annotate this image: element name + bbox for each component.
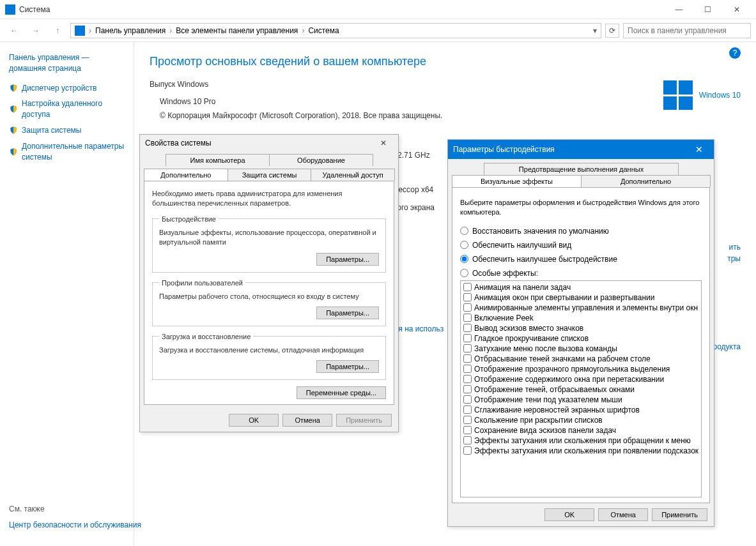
tab-advanced[interactable]: Дополнительно: [581, 175, 711, 187]
effects-radio[interactable]: Особые эффекты:: [460, 266, 702, 280]
checkbox-input[interactable]: [463, 334, 472, 342]
radio-input[interactable]: [460, 227, 468, 235]
chevron-right-icon: ›: [88, 26, 93, 35]
sidebar-item[interactable]: Диспетчер устройств: [9, 80, 125, 96]
effect-checkbox-row[interactable]: Анимированные элементы управления и элем…: [462, 303, 700, 313]
effect-checkbox-row[interactable]: Отображение содержимого окна при перетас…: [462, 374, 700, 384]
performance-settings-button[interactable]: Параметры...: [316, 253, 379, 266]
see-also-link[interactable]: Центр безопасности и обслуживания: [9, 517, 141, 533]
checkbox-label: Затухание меню после вызова команды: [474, 344, 617, 353]
tab-dep[interactable]: Предотвращение выполнения данных: [484, 163, 679, 175]
cancel-button[interactable]: Отмена: [598, 508, 648, 521]
checkbox-input[interactable]: [463, 426, 472, 434]
tab-remote[interactable]: Удаленный доступ: [311, 169, 395, 181]
close-window-button[interactable]: ✕: [722, 0, 751, 19]
checkbox-label: Эффекты затухания или скольжения при поя…: [474, 446, 698, 455]
chevron-down-icon[interactable]: ▾: [593, 26, 597, 35]
effect-checkbox-row[interactable]: Сохранение вида эскизов панели задач: [462, 425, 700, 436]
ok-button[interactable]: OK: [544, 508, 594, 521]
effect-checkbox-row[interactable]: Затухание меню после вызова команды: [462, 344, 700, 354]
radio-input[interactable]: [460, 269, 468, 277]
tab-visual-effects[interactable]: Визуальные эффекты: [452, 175, 582, 187]
minimize-button[interactable]: —: [665, 0, 693, 19]
breadcrumb[interactable]: Все элементы панели управления: [176, 26, 298, 35]
dialog-titlebar[interactable]: Параметры быстродействия ✕: [448, 140, 714, 159]
up-button[interactable]: ↑: [49, 22, 66, 40]
checkbox-input[interactable]: [463, 406, 472, 414]
tab-hardware[interactable]: Оборудование: [269, 154, 373, 166]
checkbox-label: Отображение теней, отбрасываемых окнами: [474, 385, 635, 394]
tab-computer-name[interactable]: Имя компьютера: [166, 154, 270, 166]
ok-button[interactable]: OK: [229, 414, 279, 427]
checkbox-input[interactable]: [463, 395, 472, 404]
profiles-settings-button[interactable]: Параметры...: [316, 307, 379, 319]
checkbox-input[interactable]: [463, 344, 472, 353]
refresh-button[interactable]: ⟳: [605, 24, 619, 38]
peek-link[interactable]: ить: [729, 243, 741, 252]
sidebar: Панель управления — домашняя страница Ди…: [0, 42, 134, 546]
radio-input[interactable]: [460, 255, 468, 263]
effects-checklist[interactable]: Анимация на панели задачАнимация окон пр…: [460, 280, 702, 497]
search-input[interactable]: [623, 23, 751, 38]
checkbox-input[interactable]: [463, 283, 472, 291]
close-icon[interactable]: ✕: [690, 144, 709, 155]
effect-checkbox-row[interactable]: Включение Peek: [462, 313, 700, 323]
checkbox-input[interactable]: [463, 365, 472, 373]
sidebar-item-label: Защита системы: [22, 125, 81, 136]
breadcrumb[interactable]: Система: [308, 26, 339, 35]
checkbox-input[interactable]: [463, 314, 472, 322]
radio-input[interactable]: [460, 241, 468, 249]
shield-icon: [9, 84, 18, 93]
effect-checkbox-row[interactable]: Сглаживание неровностей экранных шрифтов: [462, 405, 700, 415]
checkbox-input[interactable]: [463, 375, 472, 383]
tab-advanced[interactable]: Дополнительно: [144, 169, 228, 181]
effect-checkbox-row[interactable]: Отображение теней, отбрасываемых окнами: [462, 384, 700, 395]
breadcrumb[interactable]: Панель управления: [95, 26, 166, 35]
effect-checkbox-row[interactable]: Эффекты затухания или скольжения при обр…: [462, 436, 700, 446]
effect-checkbox-row[interactable]: Отбрасывание теней значками на рабочем с…: [462, 354, 700, 364]
close-icon[interactable]: ✕: [374, 139, 393, 148]
sidebar-item[interactable]: Дополнительные параметры системы: [9, 139, 125, 165]
checkbox-label: Отбрасывание теней значками на рабочем с…: [474, 354, 651, 363]
startup-settings-button[interactable]: Параметры...: [316, 360, 379, 373]
checkbox-input[interactable]: [463, 416, 472, 424]
maximize-button[interactable]: ☐: [693, 0, 722, 19]
checkbox-input[interactable]: [463, 303, 472, 312]
dialog-titlebar[interactable]: Свойства системы ✕: [140, 135, 398, 151]
effect-checkbox-row[interactable]: Гладкое прокручивание списков: [462, 333, 700, 344]
sidebar-item[interactable]: Защита системы: [9, 123, 125, 139]
env-vars-button[interactable]: Переменные среды...: [297, 386, 386, 399]
checkbox-label: Отображение содержимого окна при перетас…: [474, 375, 664, 384]
effect-checkbox-row[interactable]: Отображение прозрачного прямоугольника в…: [462, 364, 700, 374]
forward-button[interactable]: →: [27, 22, 45, 40]
effects-radio[interactable]: Восстановить значения по умолчанию: [460, 224, 702, 238]
checkbox-input[interactable]: [463, 354, 472, 363]
dialog-title: Свойства системы: [145, 139, 212, 148]
sidebar-item[interactable]: Настройка удаленного доступа: [9, 96, 125, 123]
back-button[interactable]: ←: [5, 22, 23, 40]
checkbox-input[interactable]: [463, 446, 472, 455]
checkbox-input[interactable]: [463, 385, 472, 393]
sidebar-home-link[interactable]: Панель управления — домашняя страница: [9, 52, 125, 80]
effect-checkbox-row[interactable]: Анимация на панели задач: [462, 282, 700, 292]
effect-checkbox-row[interactable]: Скольжение при раскрытии списков: [462, 415, 700, 425]
peek-link[interactable]: тры: [727, 254, 741, 263]
dialog-title: Параметры быстродействия: [453, 145, 555, 154]
checkbox-input[interactable]: [463, 324, 472, 332]
effect-checkbox-row[interactable]: Эффекты затухания или скольжения при поя…: [462, 446, 700, 456]
copyright: © Корпорация Майкрософт (Microsoft Corpo…: [160, 109, 741, 123]
apply-button[interactable]: Применить: [336, 414, 392, 427]
effect-checkbox-row[interactable]: Отображение тени под указателем мыши: [462, 395, 700, 405]
startup-legend: Загрузка и восстановление: [159, 333, 253, 340]
checkbox-input[interactable]: [463, 436, 472, 444]
cancel-button[interactable]: Отмена: [282, 414, 332, 427]
tab-protection[interactable]: Защита системы: [228, 169, 312, 181]
address-bar[interactable]: › Панель управления › Все элементы панел…: [70, 23, 601, 38]
apply-button[interactable]: Применить: [652, 508, 707, 521]
effects-radio[interactable]: Обеспечить наилучшее быстродействие: [460, 252, 702, 266]
checkbox-input[interactable]: [463, 293, 472, 301]
effect-checkbox-row[interactable]: Вывод эскизов вместо значков: [462, 323, 700, 333]
performance-legend: Быстродействие: [159, 215, 219, 223]
effects-radio[interactable]: Обеспечить наилучший вид: [460, 238, 702, 252]
effect-checkbox-row[interactable]: Анимация окон при свертывании и разверты…: [462, 292, 700, 303]
